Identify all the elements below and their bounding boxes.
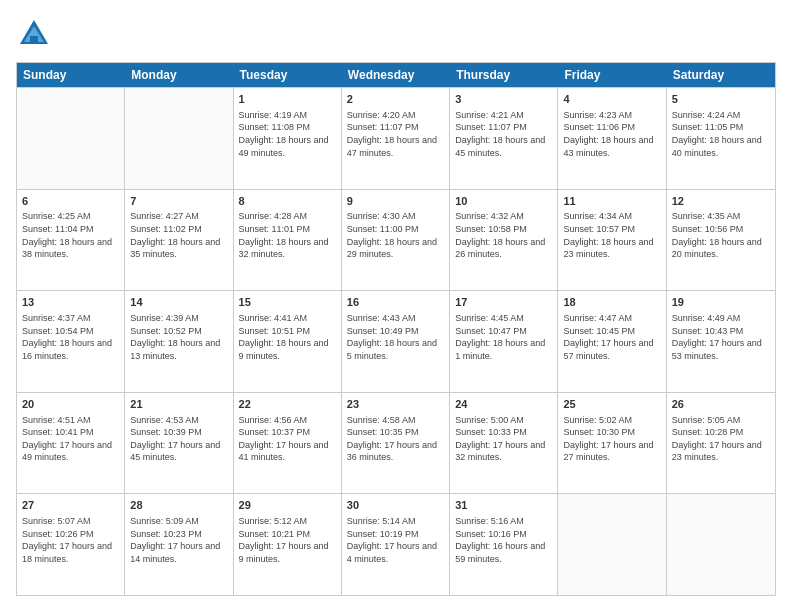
- calendar-header-day: Thursday: [450, 63, 558, 87]
- table-row: 17Sunrise: 4:45 AM Sunset: 10:47 PM Dayl…: [450, 291, 558, 392]
- calendar-week: 20Sunrise: 4:51 AM Sunset: 10:41 PM Dayl…: [17, 392, 775, 494]
- calendar-week: 1Sunrise: 4:19 AM Sunset: 11:08 PM Dayli…: [17, 87, 775, 189]
- table-row: 20Sunrise: 4:51 AM Sunset: 10:41 PM Dayl…: [17, 393, 125, 494]
- cell-info: Sunrise: 4:43 AM Sunset: 10:49 PM Daylig…: [347, 312, 444, 362]
- table-row: 1Sunrise: 4:19 AM Sunset: 11:08 PM Dayli…: [234, 88, 342, 189]
- cell-info: Sunrise: 5:05 AM Sunset: 10:28 PM Daylig…: [672, 414, 770, 464]
- cell-info: Sunrise: 4:28 AM Sunset: 11:01 PM Daylig…: [239, 210, 336, 260]
- day-number: 28: [130, 498, 227, 513]
- table-row: 21Sunrise: 4:53 AM Sunset: 10:39 PM Dayl…: [125, 393, 233, 494]
- calendar-header-day: Monday: [125, 63, 233, 87]
- table-row: 24Sunrise: 5:00 AM Sunset: 10:33 PM Dayl…: [450, 393, 558, 494]
- page: SundayMondayTuesdayWednesdayThursdayFrid…: [0, 0, 792, 612]
- day-number: 6: [22, 194, 119, 209]
- day-number: 30: [347, 498, 444, 513]
- calendar-header-day: Friday: [558, 63, 666, 87]
- cell-info: Sunrise: 5:07 AM Sunset: 10:26 PM Daylig…: [22, 515, 119, 565]
- table-row: 26Sunrise: 5:05 AM Sunset: 10:28 PM Dayl…: [667, 393, 775, 494]
- cell-info: Sunrise: 4:27 AM Sunset: 11:02 PM Daylig…: [130, 210, 227, 260]
- cell-info: Sunrise: 5:16 AM Sunset: 10:16 PM Daylig…: [455, 515, 552, 565]
- cell-info: Sunrise: 4:30 AM Sunset: 11:00 PM Daylig…: [347, 210, 444, 260]
- table-row: 13Sunrise: 4:37 AM Sunset: 10:54 PM Dayl…: [17, 291, 125, 392]
- calendar-week: 27Sunrise: 5:07 AM Sunset: 10:26 PM Dayl…: [17, 493, 775, 595]
- day-number: 11: [563, 194, 660, 209]
- calendar-header-day: Wednesday: [342, 63, 450, 87]
- day-number: 4: [563, 92, 660, 107]
- day-number: 7: [130, 194, 227, 209]
- table-row: 6Sunrise: 4:25 AM Sunset: 11:04 PM Dayli…: [17, 190, 125, 291]
- table-row: [667, 494, 775, 595]
- logo-icon: [16, 16, 52, 52]
- cell-info: Sunrise: 4:35 AM Sunset: 10:56 PM Daylig…: [672, 210, 770, 260]
- day-number: 26: [672, 397, 770, 412]
- table-row: 7Sunrise: 4:27 AM Sunset: 11:02 PM Dayli…: [125, 190, 233, 291]
- cell-info: Sunrise: 4:19 AM Sunset: 11:08 PM Daylig…: [239, 109, 336, 159]
- day-number: 31: [455, 498, 552, 513]
- cell-info: Sunrise: 5:14 AM Sunset: 10:19 PM Daylig…: [347, 515, 444, 565]
- day-number: 16: [347, 295, 444, 310]
- table-row: 16Sunrise: 4:43 AM Sunset: 10:49 PM Dayl…: [342, 291, 450, 392]
- table-row: 10Sunrise: 4:32 AM Sunset: 10:58 PM Dayl…: [450, 190, 558, 291]
- logo: [16, 16, 56, 52]
- day-number: 22: [239, 397, 336, 412]
- cell-info: Sunrise: 4:39 AM Sunset: 10:52 PM Daylig…: [130, 312, 227, 362]
- table-row: 14Sunrise: 4:39 AM Sunset: 10:52 PM Dayl…: [125, 291, 233, 392]
- table-row: 11Sunrise: 4:34 AM Sunset: 10:57 PM Dayl…: [558, 190, 666, 291]
- table-row: [125, 88, 233, 189]
- table-row: [558, 494, 666, 595]
- cell-info: Sunrise: 4:45 AM Sunset: 10:47 PM Daylig…: [455, 312, 552, 362]
- day-number: 3: [455, 92, 552, 107]
- day-number: 12: [672, 194, 770, 209]
- cell-info: Sunrise: 4:53 AM Sunset: 10:39 PM Daylig…: [130, 414, 227, 464]
- day-number: 19: [672, 295, 770, 310]
- cell-info: Sunrise: 5:09 AM Sunset: 10:23 PM Daylig…: [130, 515, 227, 565]
- cell-info: Sunrise: 4:49 AM Sunset: 10:43 PM Daylig…: [672, 312, 770, 362]
- day-number: 18: [563, 295, 660, 310]
- table-row: 2Sunrise: 4:20 AM Sunset: 11:07 PM Dayli…: [342, 88, 450, 189]
- calendar-header-day: Tuesday: [234, 63, 342, 87]
- calendar-header-day: Saturday: [667, 63, 775, 87]
- cell-info: Sunrise: 4:47 AM Sunset: 10:45 PM Daylig…: [563, 312, 660, 362]
- cell-info: Sunrise: 4:23 AM Sunset: 11:06 PM Daylig…: [563, 109, 660, 159]
- table-row: 31Sunrise: 5:16 AM Sunset: 10:16 PM Dayl…: [450, 494, 558, 595]
- table-row: [17, 88, 125, 189]
- cell-info: Sunrise: 4:56 AM Sunset: 10:37 PM Daylig…: [239, 414, 336, 464]
- day-number: 8: [239, 194, 336, 209]
- calendar-header-day: Sunday: [17, 63, 125, 87]
- day-number: 15: [239, 295, 336, 310]
- cell-info: Sunrise: 4:32 AM Sunset: 10:58 PM Daylig…: [455, 210, 552, 260]
- cell-info: Sunrise: 4:41 AM Sunset: 10:51 PM Daylig…: [239, 312, 336, 362]
- day-number: 27: [22, 498, 119, 513]
- cell-info: Sunrise: 4:21 AM Sunset: 11:07 PM Daylig…: [455, 109, 552, 159]
- day-number: 9: [347, 194, 444, 209]
- cell-info: Sunrise: 4:20 AM Sunset: 11:07 PM Daylig…: [347, 109, 444, 159]
- day-number: 23: [347, 397, 444, 412]
- day-number: 13: [22, 295, 119, 310]
- calendar: SundayMondayTuesdayWednesdayThursdayFrid…: [16, 62, 776, 596]
- svg-rect-2: [30, 36, 38, 44]
- day-number: 10: [455, 194, 552, 209]
- calendar-week: 13Sunrise: 4:37 AM Sunset: 10:54 PM Dayl…: [17, 290, 775, 392]
- day-number: 29: [239, 498, 336, 513]
- day-number: 2: [347, 92, 444, 107]
- header: [16, 16, 776, 52]
- cell-info: Sunrise: 5:00 AM Sunset: 10:33 PM Daylig…: [455, 414, 552, 464]
- table-row: 15Sunrise: 4:41 AM Sunset: 10:51 PM Dayl…: [234, 291, 342, 392]
- cell-info: Sunrise: 4:58 AM Sunset: 10:35 PM Daylig…: [347, 414, 444, 464]
- table-row: 25Sunrise: 5:02 AM Sunset: 10:30 PM Dayl…: [558, 393, 666, 494]
- day-number: 24: [455, 397, 552, 412]
- day-number: 25: [563, 397, 660, 412]
- cell-info: Sunrise: 4:34 AM Sunset: 10:57 PM Daylig…: [563, 210, 660, 260]
- table-row: 12Sunrise: 4:35 AM Sunset: 10:56 PM Dayl…: [667, 190, 775, 291]
- cell-info: Sunrise: 4:24 AM Sunset: 11:05 PM Daylig…: [672, 109, 770, 159]
- day-number: 1: [239, 92, 336, 107]
- table-row: 28Sunrise: 5:09 AM Sunset: 10:23 PM Dayl…: [125, 494, 233, 595]
- table-row: 22Sunrise: 4:56 AM Sunset: 10:37 PM Dayl…: [234, 393, 342, 494]
- table-row: 30Sunrise: 5:14 AM Sunset: 10:19 PM Dayl…: [342, 494, 450, 595]
- table-row: 9Sunrise: 4:30 AM Sunset: 11:00 PM Dayli…: [342, 190, 450, 291]
- calendar-header: SundayMondayTuesdayWednesdayThursdayFrid…: [17, 63, 775, 87]
- day-number: 21: [130, 397, 227, 412]
- table-row: 8Sunrise: 4:28 AM Sunset: 11:01 PM Dayli…: [234, 190, 342, 291]
- table-row: 27Sunrise: 5:07 AM Sunset: 10:26 PM Dayl…: [17, 494, 125, 595]
- day-number: 20: [22, 397, 119, 412]
